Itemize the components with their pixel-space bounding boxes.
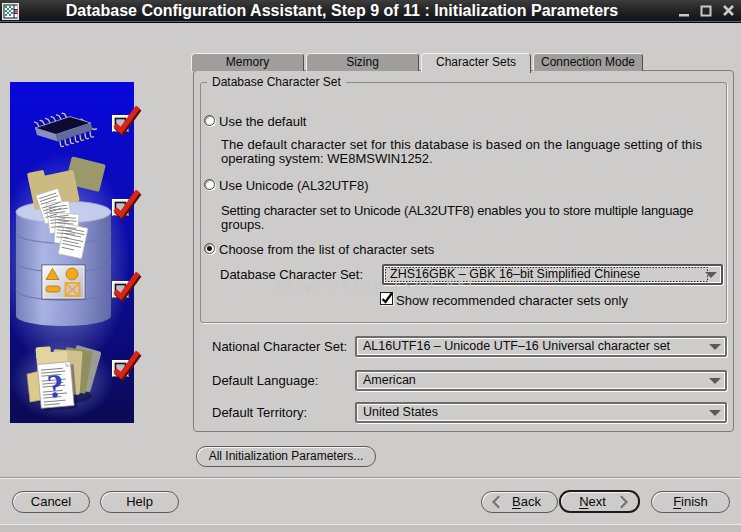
svg-text:?: ? — [46, 367, 66, 404]
